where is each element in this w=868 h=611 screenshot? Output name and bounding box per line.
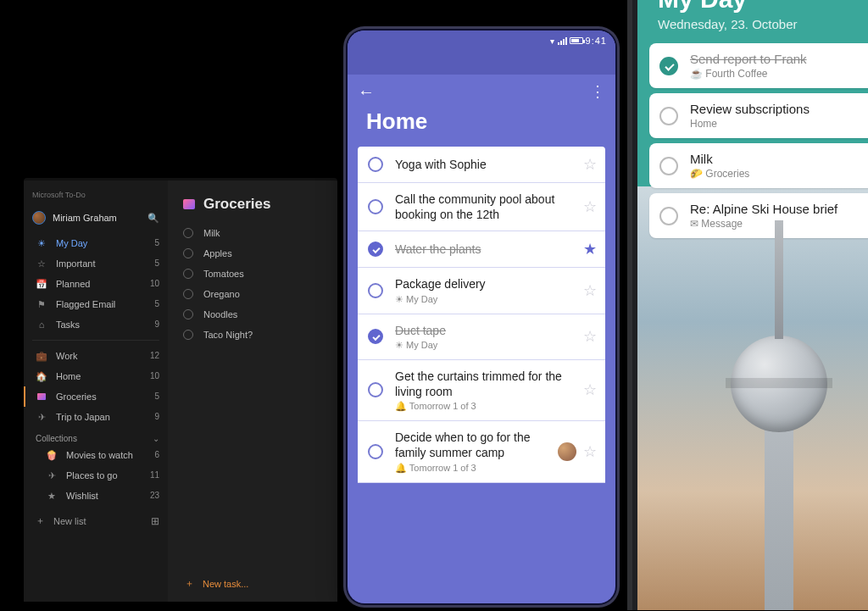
collection-item-places-to-go[interactable]: ✈Places to go11 [24,465,168,486]
task-checkbox[interactable] [368,242,383,257]
task-row[interactable]: Decide when to go for the family summer … [358,421,605,482]
task-checkbox[interactable] [183,309,193,319]
list-count: 5 [154,390,159,403]
list-item-work[interactable]: 💼Work12 [24,346,168,366]
task-checkbox[interactable] [183,289,193,299]
task-card[interactable]: Send report to Frank☕ Fourth Coffee [649,43,868,88]
task-checkbox[interactable] [368,382,383,397]
collection-icon: ★ [46,489,58,503]
collection-count: 11 [150,469,159,482]
task-row[interactable]: Taco Night? [178,325,331,345]
task-checkbox[interactable] [659,57,678,75]
star-icon[interactable]: ★ [583,240,597,258]
task-subtitle: 🔔 Tomorrow 1 of 3 [395,401,576,412]
star-icon[interactable]: ☆ [583,155,597,174]
task-subtitle: 🌮 Groceries [690,168,868,180]
desktop-main: Groceries MilkApplesTomatoesOreganoNoodl… [168,181,337,602]
task-checkbox[interactable] [183,228,193,238]
back-button[interactable]: ← [358,82,375,102]
tower-illustration [775,220,783,339]
list-count: 12 [150,349,159,363]
task-title: Milk [203,228,220,238]
new-task-button[interactable]: ＋ New task... [185,577,248,590]
list-icon: 💼 [36,349,47,363]
nav-count: 5 [154,257,159,270]
task-checkbox[interactable] [368,199,383,214]
new-list-button[interactable]: ＋ New list ⊞ [24,506,168,530]
task-checkbox[interactable] [659,107,678,125]
task-row[interactable]: Package delivery☀ My Day☆ [358,268,605,314]
task-checkbox[interactable] [368,283,383,298]
add-group-icon[interactable]: ⊞ [151,515,159,527]
star-icon[interactable]: ☆ [583,197,597,216]
collections-header[interactable]: Collections ⌄ [24,427,168,445]
list-count: 9 [154,410,159,424]
task-row[interactable]: Milk [178,223,331,243]
nav-count: 5 [154,236,159,250]
task-checkbox[interactable] [368,444,383,459]
nav-item-flagged-email[interactable]: ⚑Flagged Email5 [24,294,168,314]
list-item-groceries[interactable]: Groceries5 [24,386,168,407]
star-icon[interactable]: ☆ [583,281,597,300]
collection-icon: 🍿 [46,448,58,462]
task-row[interactable]: Oregano [178,284,331,304]
task-title: Re: Alpine Ski House brief [690,202,868,216]
task-checkbox[interactable] [368,329,383,344]
list-icon: ✈ [36,410,47,424]
collection-item-movies-to-watch[interactable]: 🍿Movies to watch6 [24,445,168,465]
task-subtitle: ☀ My Day [395,340,576,351]
star-icon[interactable]: ☆ [583,327,597,346]
android-screen: ▾ 9:41 ← ⋮ Home Yoga with Sophie☆Call th… [348,31,615,603]
task-card[interactable]: Review subscriptionsHome [649,93,868,138]
ios-phone: My Day Wednesday, 23. October Send repor… [632,0,868,610]
task-title: Decide when to go for the family summer … [395,430,553,460]
collection-label: Wishlist [66,489,150,503]
task-row[interactable]: Tomatoes [178,264,331,284]
task-checkbox[interactable] [659,207,678,225]
task-subtitle: 🔔 Tomorrow 1 of 3 [395,463,553,474]
list-item-home[interactable]: 🏠Home10 [24,366,168,386]
task-checkbox[interactable] [183,248,193,258]
star-icon[interactable]: ☆ [583,380,597,399]
plus-icon: ＋ [36,514,45,527]
status-time: 9:41 [586,36,607,46]
list-label: Home [56,369,150,383]
task-row[interactable]: Duct tape☀ My Day☆ [358,314,605,360]
task-row[interactable]: Water the plants★ [358,231,605,268]
more-menu-icon[interactable]: ⋮ [590,82,605,101]
collection-item-wishlist[interactable]: ★Wishlist23 [24,486,168,506]
task-cards: Send report to Frank☕ Fourth CoffeeRevie… [637,43,868,238]
task-row[interactable]: Get the curtains trimmed for the living … [358,360,605,421]
task-checkbox[interactable] [183,269,193,279]
app-title: Microsoft To-Do [24,186,168,208]
task-title: Send report to Frank [690,52,868,66]
android-phone: ▾ 9:41 ← ⋮ Home Yoga with Sophie☆Call th… [346,29,617,605]
nav-item-important[interactable]: ☆Important5 [24,253,168,274]
nav-label: Important [56,257,154,270]
list-label: Groceries [56,390,154,403]
task-row[interactable]: Yoga with Sophie☆ [358,147,605,183]
nav-count: 9 [154,318,159,331]
nav-item-planned[interactable]: 📅Planned10 [24,274,168,294]
task-title: Review subscriptions [690,102,868,116]
task-checkbox[interactable] [183,330,193,340]
task-title: Milk [690,152,868,166]
star-icon[interactable]: ☆ [583,442,597,461]
task-row[interactable]: Call the community pool about booking on… [358,183,605,231]
task-row[interactable]: Apples [178,243,331,264]
nav-item-my-day[interactable]: ☀My Day5 [24,233,168,253]
collection-count: 23 [150,489,159,503]
task-card[interactable]: Milk🌮 Groceries [649,143,868,188]
search-icon[interactable]: 🔍 [147,213,159,224]
list-item-trip-to-japan[interactable]: ✈Trip to Japan9 [24,407,168,427]
plus-icon: ＋ [185,577,194,590]
task-card[interactable]: Re: Alpine Ski House brief✉ Message [649,193,868,238]
task-title: Water the plants [395,242,576,257]
nav-item-tasks[interactable]: ⌂Tasks9 [24,314,168,335]
task-checkbox[interactable] [368,157,383,172]
task-checkbox[interactable] [659,157,678,175]
nav-icon: ⌂ [36,318,47,331]
folder-icon [36,393,47,400]
user-row[interactable]: Miriam Graham 🔍 [24,208,168,233]
task-row[interactable]: Noodles [178,304,331,325]
